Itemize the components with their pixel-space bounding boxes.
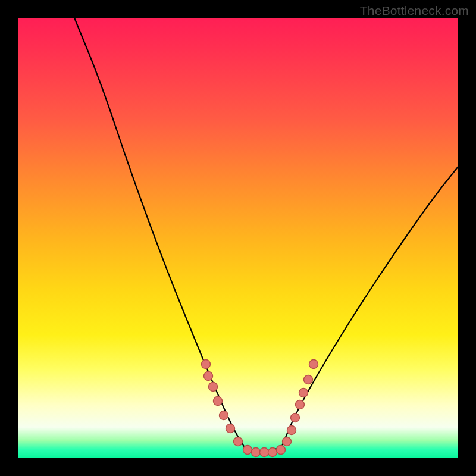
marker-dot xyxy=(202,360,211,369)
marker-dot xyxy=(214,397,223,406)
marker-dot xyxy=(309,360,318,369)
marker-dot xyxy=(204,372,213,381)
marker-dot xyxy=(226,424,235,433)
dots-group xyxy=(202,360,318,457)
watermark-text: TheBottleneck.com xyxy=(360,4,469,18)
marker-dot xyxy=(304,375,313,384)
marker-dot xyxy=(283,437,292,446)
marker-dot xyxy=(287,426,296,435)
marker-dot xyxy=(268,448,277,457)
marker-dot xyxy=(260,448,269,457)
series-right-curve xyxy=(281,167,458,447)
marker-dot xyxy=(252,448,261,457)
marker-dot xyxy=(243,446,252,455)
marker-dot xyxy=(296,400,305,409)
plot-area xyxy=(18,18,458,458)
marker-dot xyxy=(234,437,243,446)
series-left-curve xyxy=(74,18,246,450)
marker-dot xyxy=(291,414,300,422)
marker-dot xyxy=(209,383,218,392)
marker-dot xyxy=(299,389,308,397)
curves-group xyxy=(74,18,458,452)
marker-dot xyxy=(220,411,228,420)
chart-frame: TheBottleneck.com xyxy=(0,0,476,476)
marker-dot xyxy=(277,446,286,455)
curve-layer xyxy=(18,18,458,458)
